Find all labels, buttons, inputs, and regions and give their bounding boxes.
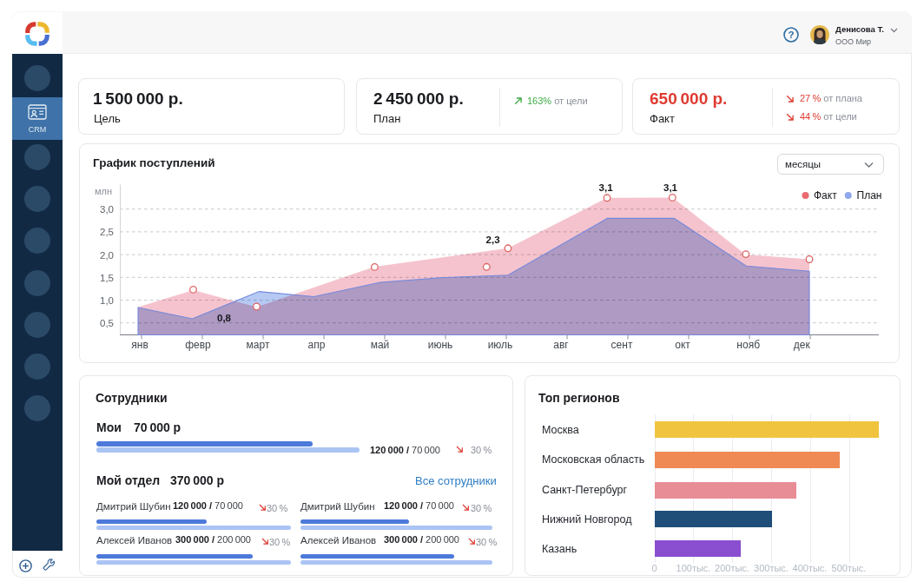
svg-text:янв: янв bbox=[131, 339, 148, 351]
svg-text:март: март bbox=[247, 339, 270, 351]
svg-text:3,1: 3,1 bbox=[663, 182, 678, 193]
svg-text:2,0: 2,0 bbox=[100, 250, 114, 261]
svg-text:май: май bbox=[371, 339, 390, 351]
svg-text:2,3: 2,3 bbox=[486, 235, 500, 245]
svg-text:3,0: 3,0 bbox=[100, 204, 114, 215]
svg-text:авг: авг bbox=[553, 339, 569, 351]
svg-text:дек: дек bbox=[794, 339, 811, 351]
svg-text:3,1: 3,1 bbox=[599, 182, 614, 193]
svg-text:?: ? bbox=[788, 30, 794, 40]
svg-text:План: План bbox=[857, 189, 882, 202]
svg-text:июнь: июнь bbox=[428, 339, 453, 351]
svg-text:0,5: 0,5 bbox=[100, 318, 114, 328]
svg-text:2,5: 2,5 bbox=[100, 227, 114, 237]
svg-text:окт: окт bbox=[675, 339, 690, 351]
svg-text:млн: млн bbox=[95, 186, 112, 196]
svg-text:нояб: нояб bbox=[736, 339, 760, 351]
svg-text:1,0: 1,0 bbox=[100, 295, 114, 306]
svg-text:0,8: 0,8 bbox=[217, 313, 232, 323]
svg-text:1,5: 1,5 bbox=[100, 273, 114, 283]
svg-text:июль: июль bbox=[488, 339, 513, 351]
svg-text:Факт: Факт bbox=[814, 189, 837, 202]
svg-text:сент: сент bbox=[611, 339, 633, 351]
svg-text:февр: февр bbox=[185, 339, 211, 351]
svg-text:апр: апр bbox=[308, 339, 326, 351]
